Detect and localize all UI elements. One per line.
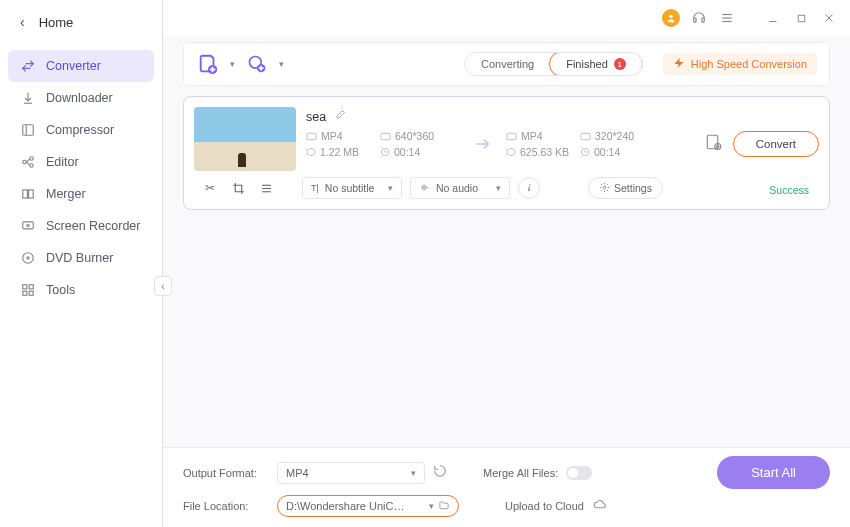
info-icon[interactable]: 𝒊 — [518, 177, 540, 199]
src-res: 640*360 — [380, 130, 460, 142]
sidebar-label: DVD Burner — [46, 251, 113, 265]
audio-value: No audio — [436, 182, 478, 194]
svg-line-8 — [26, 159, 30, 162]
file-card: sea MP4 640*360 1.22 MB 00:14 MP4 — [183, 96, 830, 210]
svg-line-9 — [26, 162, 30, 165]
converter-icon — [20, 58, 36, 74]
tools-icon — [20, 282, 36, 298]
convert-button[interactable]: Convert — [733, 131, 819, 157]
output-format-select[interactable]: MP4 ▾ — [277, 462, 425, 484]
menu-icon[interactable] — [718, 9, 736, 27]
tab-finished-label: Finished — [566, 58, 608, 70]
home-label: Home — [39, 15, 74, 30]
output-settings-icon[interactable] — [705, 133, 723, 155]
add-url-button[interactable] — [245, 52, 269, 76]
status-text: Success — [769, 184, 809, 196]
svg-rect-27 — [798, 15, 804, 21]
home-nav[interactable]: ‹ Home — [0, 0, 162, 44]
top-toolbar: ▾ ▾ Converting Finished 1 High Speed Con… — [183, 42, 830, 86]
dst-size: 625.63 KB — [506, 146, 576, 158]
file-location-label: File Location: — [183, 500, 269, 512]
hsc-label: High Speed Conversion — [691, 58, 807, 70]
svg-rect-11 — [29, 190, 34, 198]
sidebar-item-dvd-burner[interactable]: DVD Burner — [0, 242, 162, 274]
svg-point-7 — [30, 164, 34, 168]
dst-dur: 00:14 — [580, 146, 660, 158]
svg-rect-10 — [23, 190, 28, 198]
sidebar-label: Tools — [46, 283, 75, 297]
subtitle-select[interactable]: T| No subtitle ▾ — [302, 177, 402, 199]
trim-icon[interactable]: ✂ — [200, 178, 220, 198]
source-details: MP4 640*360 1.22 MB 00:14 — [306, 130, 460, 158]
sidebar-item-tools[interactable]: Tools — [0, 274, 162, 306]
titlebar — [163, 0, 850, 36]
caret-icon: ▾ — [388, 183, 393, 193]
edit-name-icon[interactable] — [334, 109, 346, 124]
back-chevron-icon: ‹ — [20, 14, 25, 30]
svg-rect-43 — [581, 133, 590, 139]
svg-point-15 — [27, 257, 29, 259]
svg-point-6 — [30, 157, 34, 161]
status-tabs: Converting Finished 1 — [464, 52, 643, 76]
settings-button[interactable]: Settings — [588, 177, 663, 199]
svg-rect-3 — [23, 125, 34, 136]
file-name: sea — [306, 110, 326, 124]
svg-point-5 — [23, 160, 27, 164]
collapse-sidebar-button[interactable]: ‹ — [154, 276, 172, 296]
caret-icon: ▾ — [429, 501, 434, 511]
maximize-icon[interactable] — [792, 9, 810, 27]
svg-rect-16 — [23, 285, 27, 289]
dst-format: MP4 — [506, 130, 576, 142]
sidebar-item-downloader[interactable]: Downloader — [0, 82, 162, 114]
sidebar-label: Merger — [46, 187, 86, 201]
file-location-value: D:\Wondershare UniConverter 1 — [286, 500, 406, 512]
sidebar-item-merger[interactable]: Merger — [0, 178, 162, 210]
finished-count-badge: 1 — [614, 58, 626, 70]
merge-label: Merge All Files: — [483, 467, 558, 479]
output-format-label: Output Format: — [183, 467, 269, 479]
svg-point-20 — [669, 15, 672, 18]
minimize-icon[interactable] — [764, 9, 782, 27]
add-url-caret-icon[interactable]: ▾ — [279, 59, 284, 69]
src-dur: 00:14 — [380, 146, 460, 158]
audio-select[interactable]: No audio ▾ — [410, 177, 510, 199]
subtitle-value: No subtitle — [325, 182, 375, 194]
high-speed-conversion-button[interactable]: High Speed Conversion — [663, 53, 817, 75]
merge-toggle[interactable] — [566, 466, 592, 480]
sidebar-item-editor[interactable]: Editor — [0, 146, 162, 178]
editor-icon — [20, 154, 36, 170]
file-location-select[interactable]: D:\Wondershare UniConverter 1 ▾ — [277, 495, 459, 517]
user-avatar-icon[interactable] — [662, 9, 680, 27]
svg-rect-12 — [23, 222, 34, 229]
add-file-button[interactable] — [196, 52, 220, 76]
svg-point-13 — [27, 224, 29, 226]
main-area: ▾ ▾ Converting Finished 1 High Speed Con… — [163, 0, 850, 527]
sidebar-label: Editor — [46, 155, 79, 169]
svg-rect-42 — [507, 133, 516, 139]
support-icon[interactable] — [690, 9, 708, 27]
svg-marker-37 — [674, 58, 683, 68]
sidebar-item-compressor[interactable]: Compressor — [0, 114, 162, 146]
crop-icon[interactable] — [228, 178, 248, 198]
recorder-icon — [20, 218, 36, 234]
start-all-button[interactable]: Start All — [717, 456, 830, 489]
tab-finished[interactable]: Finished 1 — [549, 52, 643, 76]
effects-icon[interactable] — [256, 178, 276, 198]
bolt-icon — [673, 57, 685, 71]
svg-rect-19 — [29, 291, 33, 295]
svg-rect-22 — [702, 18, 704, 22]
svg-rect-18 — [23, 291, 27, 295]
add-file-caret-icon[interactable]: ▾ — [230, 59, 235, 69]
svg-rect-38 — [307, 133, 316, 139]
refresh-icon[interactable] — [433, 464, 447, 481]
sidebar-item-screen-recorder[interactable]: Screen Recorder — [0, 210, 162, 242]
caret-icon: ▾ — [411, 468, 416, 478]
svg-point-56 — [603, 186, 606, 189]
svg-rect-17 — [29, 285, 33, 289]
video-thumbnail[interactable] — [194, 107, 296, 171]
tab-converting[interactable]: Converting — [465, 53, 550, 75]
close-icon[interactable] — [820, 9, 838, 27]
svg-rect-39 — [381, 133, 390, 139]
sidebar-item-converter[interactable]: Converter — [8, 50, 154, 82]
cloud-icon[interactable] — [592, 498, 608, 514]
